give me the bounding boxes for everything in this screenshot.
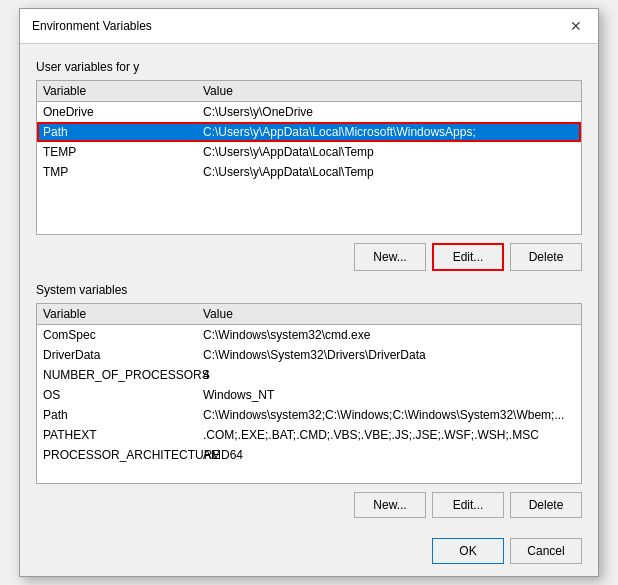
footer-buttons: OK Cancel <box>36 530 582 564</box>
user-table-body: OneDrive C:\Users\y\OneDrive Path C:\Use… <box>37 102 581 234</box>
row-value: C:\Windows\system32;C:\Windows;C:\Window… <box>203 408 575 422</box>
row-variable: PATHEXT <box>43 428 203 442</box>
system-section-label: System variables <box>36 283 582 297</box>
table-row[interactable]: OneDrive C:\Users\y\OneDrive <box>37 102 581 122</box>
system-edit-button[interactable]: Edit... <box>432 492 504 518</box>
table-row[interactable]: PROCESSOR_ARCHITECTURE AMD64 <box>37 445 581 465</box>
system-delete-button[interactable]: Delete <box>510 492 582 518</box>
row-variable: OneDrive <box>43 105 203 119</box>
user-new-button[interactable]: New... <box>354 243 426 271</box>
user-buttons-row: New... Edit... Delete <box>36 243 582 271</box>
system-new-button[interactable]: New... <box>354 492 426 518</box>
row-variable: Path <box>43 408 203 422</box>
table-row[interactable]: Path C:\Windows\system32;C:\Windows;C:\W… <box>37 405 581 425</box>
dialog-body: User variables for y Variable Value OneD… <box>20 44 598 576</box>
user-table-header: Variable Value <box>37 81 581 102</box>
row-value: .COM;.EXE;.BAT;.CMD;.VBS;.VBE;.JS;.JSE;.… <box>203 428 575 442</box>
table-row[interactable]: TEMP C:\Users\y\AppData\Local\Temp <box>37 142 581 162</box>
row-variable: DriverData <box>43 348 203 362</box>
row-value: Windows_NT <box>203 388 575 402</box>
system-col-value-header: Value <box>203 307 575 321</box>
system-variables-table: Variable Value ComSpec C:\Windows\system… <box>36 303 582 484</box>
row-variable: Path <box>43 125 203 139</box>
cancel-button[interactable]: Cancel <box>510 538 582 564</box>
row-value: 4 <box>203 368 575 382</box>
table-row[interactable]: PATHEXT .COM;.EXE;.BAT;.CMD;.VBS;.VBE;.J… <box>37 425 581 445</box>
dialog-title: Environment Variables <box>32 19 152 33</box>
row-value: C:\Users\y\AppData\Local\Microsoft\Windo… <box>203 125 575 139</box>
user-col-variable-header: Variable <box>43 84 203 98</box>
row-variable: ComSpec <box>43 328 203 342</box>
table-row[interactable]: Path C:\Users\y\AppData\Local\Microsoft\… <box>37 122 581 142</box>
table-row[interactable]: NUMBER_OF_PROCESSORS 4 <box>37 365 581 385</box>
row-variable: TMP <box>43 165 203 179</box>
row-value: C:\Users\y\AppData\Local\Temp <box>203 165 575 179</box>
ok-button[interactable]: OK <box>432 538 504 564</box>
row-value: C:\Users\y\OneDrive <box>203 105 575 119</box>
row-value: C:\Users\y\AppData\Local\Temp <box>203 145 575 159</box>
row-variable: OS <box>43 388 203 402</box>
row-value: C:\Windows\system32\cmd.exe <box>203 328 575 342</box>
user-section-label: User variables for y <box>36 60 582 74</box>
environment-variables-dialog: Environment Variables ✕ User variables f… <box>19 8 599 577</box>
system-buttons-row: New... Edit... Delete <box>36 492 582 518</box>
user-edit-button[interactable]: Edit... <box>432 243 504 271</box>
close-button[interactable]: ✕ <box>566 17 586 35</box>
table-row[interactable]: ComSpec C:\Windows\system32\cmd.exe <box>37 325 581 345</box>
table-row[interactable]: TMP C:\Users\y\AppData\Local\Temp <box>37 162 581 182</box>
row-value: C:\Windows\System32\Drivers\DriverData <box>203 348 575 362</box>
system-table-body[interactable]: ComSpec C:\Windows\system32\cmd.exe Driv… <box>37 325 581 483</box>
row-value: AMD64 <box>203 448 575 462</box>
row-variable: PROCESSOR_ARCHITECTURE <box>43 448 203 462</box>
table-row[interactable]: OS Windows_NT <box>37 385 581 405</box>
row-variable: NUMBER_OF_PROCESSORS <box>43 368 203 382</box>
system-col-variable-header: Variable <box>43 307 203 321</box>
title-bar: Environment Variables ✕ <box>20 9 598 44</box>
user-variables-table: Variable Value OneDrive C:\Users\y\OneDr… <box>36 80 582 235</box>
row-variable: TEMP <box>43 145 203 159</box>
table-row[interactable]: DriverData C:\Windows\System32\Drivers\D… <box>37 345 581 365</box>
system-table-header: Variable Value <box>37 304 581 325</box>
user-delete-button[interactable]: Delete <box>510 243 582 271</box>
user-col-value-header: Value <box>203 84 575 98</box>
